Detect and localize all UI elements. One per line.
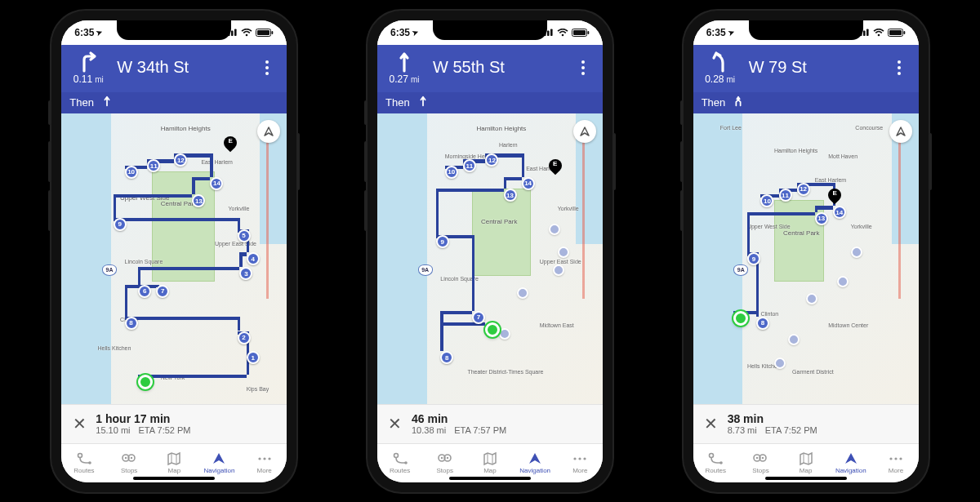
stop-pin[interactable]: 14 — [210, 177, 223, 190]
stop-pin[interactable]: 12 — [797, 183, 810, 196]
tab-routes-icon — [76, 451, 92, 466]
stop-pin[interactable]: 12 — [485, 153, 498, 167]
tab-routes[interactable]: Routes — [380, 451, 421, 474]
svg-point-25 — [394, 454, 398, 458]
street-name: W 55th St — [433, 58, 573, 77]
stop-pin[interactable]: 11 — [463, 159, 476, 172]
stop-pin[interactable]: 7 — [472, 311, 485, 324]
visited-stop-pin[interactable] — [549, 224, 560, 235]
stop-pin[interactable]: 8 — [440, 351, 453, 364]
map-label: Theater District-Times Square — [467, 369, 543, 375]
map-view[interactable]: Hamilton HeightsEast HarlemUpper West Si… — [61, 113, 287, 404]
tab-navigation[interactable]: Navigation — [831, 451, 871, 474]
stop-pin[interactable]: 10 — [445, 166, 458, 179]
recenter-button[interactable] — [257, 120, 280, 143]
stop-pin[interactable]: 13 — [815, 212, 828, 225]
close-button[interactable]: ✕ — [698, 411, 724, 437]
map-label: Lincoln Square — [125, 259, 163, 264]
status-time: 6:35 — [706, 27, 726, 38]
eta-bar: ✕46 min10.38 miETA 7:57 PM — [377, 404, 603, 443]
status-time: 6:35 — [74, 27, 94, 38]
map-label: Upper West Side — [747, 224, 791, 229]
recenter-button[interactable] — [889, 120, 912, 143]
stop-pin[interactable]: 2 — [238, 331, 251, 344]
visited-stop-pin[interactable] — [499, 328, 510, 340]
visited-stop-pin[interactable] — [837, 276, 849, 287]
tab-more[interactable]: More — [244, 451, 285, 474]
tab-label: Stops — [437, 467, 453, 474]
svg-rect-6 — [257, 30, 270, 35]
visited-stop-pin[interactable] — [517, 287, 528, 299]
eta-distance: 8.73 mi — [728, 425, 757, 435]
tab-map[interactable]: Map — [786, 451, 826, 474]
svg-point-47 — [762, 457, 764, 459]
stop-pin[interactable]: 12 — [174, 153, 187, 167]
tab-map[interactable]: Map — [154, 451, 194, 474]
tab-more[interactable]: More — [559, 451, 600, 474]
close-button[interactable]: ✕ — [66, 411, 92, 437]
map-view[interactable]: Fort LeeConcourseMott HavenHamilton Heig… — [693, 113, 919, 404]
tab-stops[interactable]: Stops — [425, 451, 466, 474]
svg-point-9 — [88, 461, 91, 464]
then-label: Then — [385, 96, 410, 109]
tab-routes[interactable]: Routes — [695, 451, 736, 474]
distance-value: 0.28 — [705, 73, 724, 85]
map-label: Central Park — [481, 218, 517, 225]
tab-stops[interactable]: Stops — [109, 451, 149, 474]
stop-pin[interactable]: 7 — [156, 285, 169, 298]
stop-pin[interactable]: 10 — [760, 194, 773, 207]
end-pin[interactable] — [224, 136, 237, 153]
visited-stop-pin[interactable] — [774, 358, 786, 369]
end-pin[interactable] — [549, 159, 562, 175]
then-row: Then — [377, 92, 603, 113]
visited-stop-pin[interactable] — [558, 247, 569, 258]
tab-stops-icon — [121, 451, 137, 466]
overflow-menu-button[interactable] — [889, 60, 909, 75]
home-indicator[interactable] — [765, 477, 847, 480]
tab-stops-icon — [437, 451, 453, 466]
stop-pin[interactable]: 10 — [125, 166, 138, 179]
tab-more[interactable]: More — [875, 451, 916, 474]
distance-unit: mi — [95, 75, 104, 84]
stop-pin[interactable]: 9 — [436, 235, 449, 248]
end-pin[interactable] — [828, 189, 841, 205]
stop-pin[interactable]: 9 — [114, 218, 127, 231]
tab-routes[interactable]: Routes — [64, 451, 105, 474]
svg-rect-36 — [863, 30, 866, 35]
visited-stop-pin[interactable] — [851, 247, 862, 258]
home-indicator[interactable] — [449, 477, 531, 480]
close-button[interactable]: ✕ — [382, 411, 408, 437]
stop-pin[interactable]: 13 — [504, 189, 517, 202]
stop-pin[interactable]: 14 — [833, 206, 846, 219]
stop-pin[interactable]: 5 — [238, 229, 251, 242]
map-view[interactable]: Hamilton HeightsHarlemEast HarlemMorning… — [377, 113, 603, 404]
stop-pin[interactable]: 1 — [247, 351, 260, 364]
tab-navigation[interactable]: Navigation — [514, 451, 555, 474]
svg-point-46 — [756, 457, 758, 459]
stop-pin[interactable]: 8 — [756, 317, 769, 330]
map-label: Hamilton Heights — [161, 125, 211, 132]
home-indicator[interactable] — [133, 477, 215, 480]
recenter-button[interactable] — [573, 120, 596, 143]
tab-map[interactable]: Map — [470, 451, 510, 474]
stop-pin[interactable]: 11 — [779, 189, 792, 202]
overflow-menu-button[interactable] — [257, 60, 277, 75]
visited-stop-pin[interactable] — [553, 264, 564, 276]
visited-stop-pin[interactable] — [806, 293, 817, 304]
tab-stops[interactable]: Stops — [740, 451, 781, 474]
stop-pin[interactable]: 3 — [239, 267, 252, 280]
svg-rect-37 — [866, 29, 869, 36]
svg-rect-24 — [587, 31, 589, 34]
stop-pin[interactable]: 6 — [138, 285, 151, 298]
tab-label: Stops — [752, 467, 768, 474]
stop-pin[interactable]: 14 — [522, 177, 535, 190]
overflow-menu-button[interactable] — [573, 60, 593, 75]
stop-pin[interactable]: 8 — [125, 317, 138, 330]
eta-distance: 15.10 mi — [96, 425, 130, 435]
svg-point-29 — [441, 457, 443, 459]
eta-bar: ✕1 hour 17 min15.10 miETA 7:52 PM — [61, 404, 287, 443]
tab-navigation[interactable]: Navigation — [198, 451, 239, 474]
svg-point-13 — [131, 457, 132, 459]
stop-pin[interactable]: 4 — [247, 252, 260, 265]
visited-stop-pin[interactable] — [788, 334, 800, 345]
